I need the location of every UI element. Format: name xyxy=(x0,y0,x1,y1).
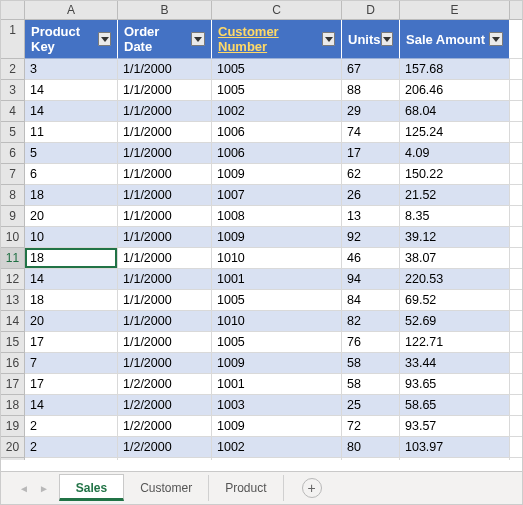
table-cell[interactable]: 1006 xyxy=(212,122,342,143)
table-cell[interactable]: 131.41 xyxy=(400,458,510,460)
table-cell[interactable]: 6 xyxy=(25,164,118,185)
table-cell[interactable]: 1/1/2000 xyxy=(118,80,212,101)
table-cell[interactable]: 4.09 xyxy=(400,143,510,164)
customer-number-header[interactable]: Customer Number xyxy=(212,20,342,59)
row-header-7[interactable]: 7 xyxy=(1,164,25,185)
sale-amount-header-filter-button[interactable] xyxy=(489,32,503,46)
row-header-4[interactable]: 4 xyxy=(1,101,25,122)
table-cell[interactable]: 220.53 xyxy=(400,269,510,290)
table-cell[interactable]: 68.04 xyxy=(400,101,510,122)
table-cell[interactable]: 1/1/2000 xyxy=(118,143,212,164)
table-cell[interactable]: 1010 xyxy=(212,311,342,332)
table-cell[interactable]: 206.46 xyxy=(400,80,510,101)
row-header-11[interactable]: 11 xyxy=(1,248,25,269)
table-cell[interactable]: 11 xyxy=(25,122,118,143)
row-header-1[interactable]: 1 xyxy=(1,20,25,59)
row-header-13[interactable]: 13 xyxy=(1,290,25,311)
tab-nav-prev-icon[interactable]: ◄ xyxy=(19,483,29,494)
sheet-tab-customer[interactable]: Customer xyxy=(124,475,209,501)
table-cell[interactable]: 92 xyxy=(342,227,400,248)
table-cell[interactable]: 52.69 xyxy=(400,311,510,332)
row-header-5[interactable]: 5 xyxy=(1,122,25,143)
row-header-15[interactable]: 15 xyxy=(1,332,25,353)
table-cell[interactable]: 1/1/2000 xyxy=(118,164,212,185)
table-cell[interactable]: 1/1/2000 xyxy=(118,332,212,353)
table-cell[interactable]: 58 xyxy=(342,374,400,395)
table-cell[interactable]: 1/2/2000 xyxy=(118,395,212,416)
sheet-tab-product[interactable]: Product xyxy=(209,475,283,501)
table-cell[interactable]: 1/1/2000 xyxy=(118,122,212,143)
table-cell[interactable]: 1/1/2000 xyxy=(118,353,212,374)
table-cell[interactable]: 2 xyxy=(25,437,118,458)
column-header-a[interactable]: A xyxy=(25,1,118,20)
table-cell[interactable]: 1008 xyxy=(212,206,342,227)
table-cell[interactable]: 74 xyxy=(342,122,400,143)
units-header[interactable]: Units xyxy=(342,20,400,59)
table-cell[interactable]: 18 xyxy=(25,248,118,269)
row-header-19[interactable]: 19 xyxy=(1,416,25,437)
table-cell[interactable]: 5 xyxy=(25,143,118,164)
table-cell[interactable]: 88 xyxy=(342,80,400,101)
table-cell[interactable]: 1/1/2000 xyxy=(118,290,212,311)
column-header-d[interactable]: D xyxy=(342,1,400,20)
table-cell[interactable]: 122.71 xyxy=(400,332,510,353)
table-cell[interactable]: 1007 xyxy=(212,185,342,206)
table-cell[interactable]: 1005 xyxy=(212,290,342,311)
table-cell[interactable]: 1006 xyxy=(212,458,342,460)
column-header-b[interactable]: B xyxy=(118,1,212,20)
row-header-10[interactable]: 10 xyxy=(1,227,25,248)
tab-nav-next-icon[interactable]: ► xyxy=(39,483,49,494)
table-cell[interactable]: 2 xyxy=(25,416,118,437)
table-cell[interactable]: 14 xyxy=(25,101,118,122)
table-cell[interactable]: 1009 xyxy=(212,353,342,374)
row-header-18[interactable]: 18 xyxy=(1,395,25,416)
table-cell[interactable]: 1/1/2000 xyxy=(118,185,212,206)
table-cell[interactable]: 1010 xyxy=(212,248,342,269)
column-header-c[interactable]: C xyxy=(212,1,342,20)
table-cell[interactable]: 1003 xyxy=(212,395,342,416)
table-cell[interactable]: 1/1/2000 xyxy=(118,248,212,269)
table-cell[interactable]: 1/1/2000 xyxy=(118,101,212,122)
table-cell[interactable]: 1001 xyxy=(212,269,342,290)
order-date-header-filter-button[interactable] xyxy=(191,32,205,46)
table-cell[interactable]: 17 xyxy=(25,332,118,353)
table-cell[interactable]: 1002 xyxy=(212,101,342,122)
table-cell[interactable]: 1009 xyxy=(212,416,342,437)
table-cell[interactable]: 76 xyxy=(342,332,400,353)
table-cell[interactable]: 18 xyxy=(25,290,118,311)
table-cell[interactable]: 39.12 xyxy=(400,227,510,248)
table-cell[interactable]: 1005 xyxy=(212,59,342,80)
table-cell[interactable]: 1009 xyxy=(212,227,342,248)
table-cell[interactable]: 93.65 xyxy=(400,374,510,395)
table-cell[interactable]: 17 xyxy=(25,374,118,395)
table-cell[interactable]: 33.44 xyxy=(400,353,510,374)
product-key-header[interactable]: Product Key xyxy=(25,20,118,59)
table-cell[interactable]: 20 xyxy=(25,311,118,332)
row-header-14[interactable]: 14 xyxy=(1,311,25,332)
table-cell[interactable]: 94 xyxy=(342,269,400,290)
table-cell[interactable]: 1/1/2000 xyxy=(118,227,212,248)
table-cell[interactable]: 18 xyxy=(25,185,118,206)
table-cell[interactable]: 1/2/2000 xyxy=(118,458,212,460)
table-cell[interactable]: 3 xyxy=(25,59,118,80)
table-cell[interactable]: 1002 xyxy=(212,437,342,458)
table-cell[interactable]: 82 xyxy=(342,311,400,332)
table-cell[interactable]: 150.22 xyxy=(400,164,510,185)
table-cell[interactable]: 7 xyxy=(25,353,118,374)
row-header-9[interactable]: 9 xyxy=(1,206,25,227)
row-header-12[interactable]: 12 xyxy=(1,269,25,290)
table-cell[interactable]: 13 xyxy=(342,206,400,227)
table-cell[interactable]: 80 xyxy=(342,437,400,458)
table-cell[interactable]: 1001 xyxy=(212,374,342,395)
row-header-16[interactable]: 16 xyxy=(1,353,25,374)
table-cell[interactable]: 69.52 xyxy=(400,290,510,311)
row-header-3[interactable]: 3 xyxy=(1,80,25,101)
table-cell[interactable]: 72 xyxy=(342,416,400,437)
table-cell[interactable]: 1005 xyxy=(212,332,342,353)
units-header-filter-button[interactable] xyxy=(381,32,394,46)
sheet-tab-sales[interactable]: Sales xyxy=(59,474,124,501)
table-cell[interactable]: 21.52 xyxy=(400,185,510,206)
row-header-21[interactable]: 21 xyxy=(1,458,25,460)
table-cell[interactable]: 1009 xyxy=(212,164,342,185)
table-cell[interactable]: 10 xyxy=(25,227,118,248)
